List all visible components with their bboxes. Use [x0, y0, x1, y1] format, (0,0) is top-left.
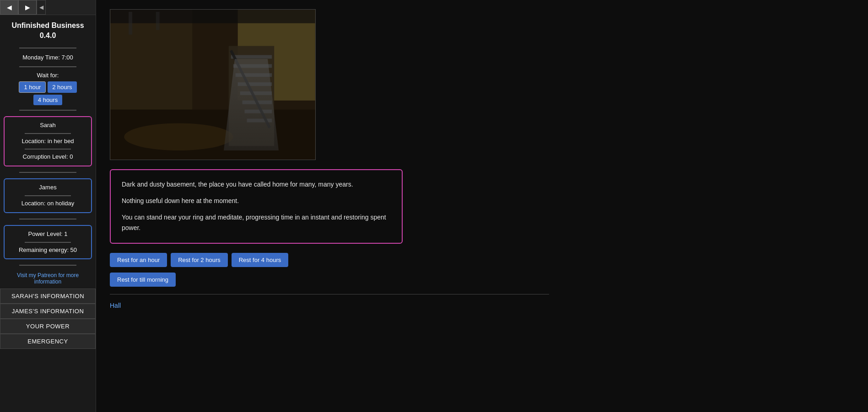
divider-2 [19, 66, 76, 67]
rest-2hours-button[interactable]: Rest for 2 hours [171, 253, 228, 267]
svg-line-16 [231, 50, 270, 128]
nav-bar: ◀ ▶ ◀ [0, 0, 96, 15]
power-card: Power Level: 1 Remaining energy: 50 [4, 225, 92, 260]
divider-4 [19, 172, 76, 173]
svg-rect-11 [238, 82, 272, 86]
divider-power [25, 242, 71, 243]
wait-1hour-button[interactable]: 1 hour [19, 81, 46, 93]
james-name: James [9, 183, 86, 193]
sarah-corruption: Corruption Level: 0 [9, 152, 86, 162]
forward-button[interactable]: ▶ [18, 0, 37, 15]
svg-marker-7 [229, 46, 274, 146]
emergency-button[interactable]: EMERGENCY [0, 334, 96, 349]
divider-5 [19, 219, 76, 219]
sarah-card: Sarah Location: in her bed Corruption Le… [4, 116, 92, 166]
james-info-button[interactable]: JAMES'S INFORMATION [0, 304, 96, 319]
description-box: Dark and dusty basement, the place you h… [110, 169, 403, 244]
divider-6 [19, 265, 76, 266]
wait-2hours-button[interactable]: 2 hours [48, 81, 76, 93]
svg-rect-15 [247, 119, 272, 123]
svg-rect-10 [236, 73, 272, 77]
divider-sarah [25, 133, 71, 134]
desc-line-3: You can stand near your ring and meditat… [122, 212, 391, 234]
svg-rect-12 [240, 91, 272, 95]
svg-rect-14 [245, 110, 272, 113]
game-title: Unfinished Business 0.4.0 [0, 15, 96, 45]
time-display: Monday Time: 7:00 [0, 51, 96, 64]
divider-3 [19, 110, 76, 111]
rest-till-morning-button[interactable]: Rest for till morning [110, 273, 176, 287]
sidebar: ◀ ▶ ◀ Unfinished Business 0.4.0 Monday T… [0, 0, 96, 412]
main-content: Dark and dusty basement, the place you h… [96, 0, 868, 412]
desc-line-1: Dark and dusty basement, the place you h… [122, 179, 391, 190]
svg-rect-9 [233, 64, 272, 68]
scroll-indicator[interactable]: ◀ [37, 0, 46, 15]
power-level: Power Level: 1 [9, 230, 86, 239]
wait-label: Wait for: [0, 70, 96, 80]
scene-image [110, 9, 316, 160]
your-power-button[interactable]: YOUR POWER [0, 319, 96, 334]
james-card: James Location: on holiday [4, 178, 92, 213]
separator [110, 294, 549, 294]
hall-link[interactable]: Hall [110, 302, 121, 309]
patreon-link[interactable]: Visit my Patreon for more information [17, 272, 79, 285]
divider-1 [19, 48, 76, 48]
desc-line-2: Nothing useful down here at the moment. [122, 196, 391, 207]
back-button[interactable]: ◀ [0, 0, 18, 15]
patreon-section: Visit my Patreon for more information [0, 268, 96, 289]
svg-rect-13 [243, 101, 272, 104]
wait-4hours-button[interactable]: 4 hours [33, 95, 62, 105]
james-location: Location: on holiday [9, 199, 86, 209]
divider-sarah-2 [25, 149, 71, 150]
wait-buttons: 1 hour 2 hours 4 hours [0, 80, 96, 107]
action-buttons-row2: Rest for till morning [110, 273, 854, 287]
action-buttons: Rest for an hour Rest for 2 hours Rest f… [110, 253, 854, 267]
rest-4hours-button[interactable]: Rest for 4 hours [232, 253, 289, 267]
sarah-name: Sarah [9, 121, 86, 130]
divider-james [25, 195, 71, 196]
sarah-location: Location: in her bed [9, 137, 86, 146]
power-energy: Remaining energy: 50 [9, 246, 86, 255]
sarahs-info-button[interactable]: SARAH'S INFORMATION [0, 289, 96, 304]
svg-point-18 [124, 123, 233, 150]
rest-1hour-button[interactable]: Rest for an hour [110, 253, 167, 267]
